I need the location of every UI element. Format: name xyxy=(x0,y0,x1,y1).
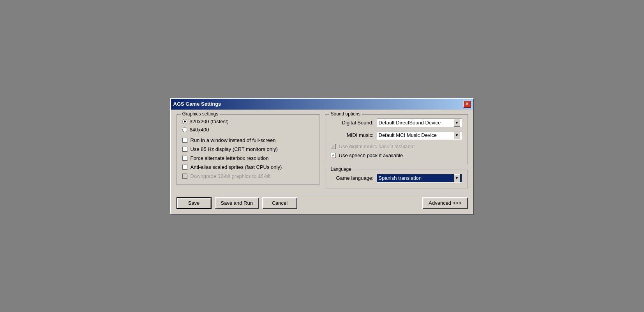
digital-sound-value: Default DirectSound Device xyxy=(379,120,441,126)
resolution-group: 320x200 (fastest) 640x400 xyxy=(182,119,314,133)
checkbox-antialias[interactable]: Anti-alias scaled sprites (fast CPUs onl… xyxy=(182,164,314,170)
language-group: Language Game language: Spanish translat… xyxy=(325,170,468,188)
panels-row: Graphics settings 320x200 (fastest) xyxy=(176,114,468,188)
digital-sound-select[interactable]: Default DirectSound Device ▼ xyxy=(377,119,462,127)
checkbox-downgrade-box xyxy=(182,174,187,179)
checkbox-85hz[interactable]: Use 85 Hz display (CRT monitors only) xyxy=(182,146,314,152)
resolution-640-label: 640x400 xyxy=(190,127,209,133)
checkbox-antialias-label: Anti-alias scaled sprites (fast CPUs onl… xyxy=(191,164,282,170)
checkbox-digital-music: Use digital music pack if available xyxy=(331,144,462,149)
checkbox-letterbox-label: Force alternate letterbox resolution xyxy=(191,155,269,161)
checkbox-speech-pack-box[interactable] xyxy=(331,153,336,158)
advanced-button[interactable]: Advanced >>> xyxy=(422,197,468,209)
checkbox-digital-music-box xyxy=(331,144,336,149)
checkbox-downgrade-label: Downgrade 32-bit graphics to 16-bit xyxy=(191,173,271,179)
game-language-arrow[interactable]: ▼ xyxy=(454,174,460,182)
graphics-group: Graphics settings 320x200 (fastest) xyxy=(176,114,319,185)
close-button[interactable]: ✕ xyxy=(463,101,471,108)
midi-music-label: MIDI music: xyxy=(331,132,374,138)
digital-sound-arrow[interactable]: ▼ xyxy=(454,119,460,127)
window-body: Graphics settings 320x200 (fastest) xyxy=(171,110,473,214)
language-group-title: Language xyxy=(329,167,353,172)
checkbox-downgrade: Downgrade 32-bit graphics to 16-bit xyxy=(182,173,314,179)
checkbox-speech-pack[interactable]: Use speech pack if available xyxy=(331,152,462,158)
main-window: AGS Game Settings ✕ Graphics settings 32… xyxy=(170,98,474,214)
checkbox-window-label: Run in a window instead of full-screen xyxy=(191,137,276,143)
game-language-label: Game language: xyxy=(331,175,374,181)
checkbox-85hz-label: Use 85 Hz display (CRT monitors only) xyxy=(191,146,278,152)
midi-music-arrow[interactable]: ▼ xyxy=(454,131,460,139)
language-row: Game language: Spanish translation ▼ xyxy=(331,174,462,183)
graphics-panel: Graphics settings 320x200 (fastest) xyxy=(176,114,319,188)
checkbox-letterbox[interactable]: Force alternate letterbox resolution xyxy=(182,155,314,161)
cancel-button[interactable]: Cancel xyxy=(262,197,297,209)
graphics-checkboxes: Run in a window instead of full-screen U… xyxy=(182,137,314,179)
sound-checkboxes: Use digital music pack if available Use … xyxy=(331,144,462,158)
save-and-run-button[interactable]: Save and Run xyxy=(215,197,259,209)
game-language-value: Spanish translation xyxy=(379,175,422,181)
checkbox-speech-pack-label: Use speech pack if available xyxy=(339,152,403,158)
checkbox-window-box[interactable] xyxy=(182,138,187,143)
right-panels: Sound options Digital Sound: Default Dir… xyxy=(325,114,468,188)
resolution-320[interactable]: 320x200 (fastest) xyxy=(182,119,314,124)
radio-640-input[interactable] xyxy=(182,127,187,132)
midi-music-row: MIDI music: Default MCI Music Device ▼ xyxy=(331,131,462,140)
resolution-320-label: 320x200 (fastest) xyxy=(190,119,229,124)
checkbox-window[interactable]: Run in a window instead of full-screen xyxy=(182,137,314,143)
sound-group-title: Sound options xyxy=(329,111,362,117)
checkbox-85hz-box[interactable] xyxy=(182,147,187,152)
digital-sound-row: Digital Sound: Default DirectSound Devic… xyxy=(331,119,462,127)
sound-group: Sound options Digital Sound: Default Dir… xyxy=(325,114,468,164)
buttons-row: Save Save and Run Cancel Advanced >>> xyxy=(176,194,468,209)
window-title: AGS Game Settings xyxy=(173,101,221,107)
digital-sound-label: Digital Sound: xyxy=(331,120,374,126)
midi-music-select[interactable]: Default MCI Music Device ▼ xyxy=(377,131,462,140)
checkbox-antialias-box[interactable] xyxy=(182,165,187,170)
graphics-group-title: Graphics settings xyxy=(181,111,220,117)
checkbox-digital-music-label: Use digital music pack if available xyxy=(339,144,415,149)
resolution-640[interactable]: 640x400 xyxy=(182,127,314,133)
checkbox-letterbox-box[interactable] xyxy=(182,156,187,161)
radio-320-dot xyxy=(184,121,186,122)
title-bar: AGS Game Settings ✕ xyxy=(171,99,473,110)
save-button[interactable]: Save xyxy=(176,197,212,209)
midi-music-value: Default MCI Music Device xyxy=(379,132,437,138)
game-language-select[interactable]: Spanish translation ▼ xyxy=(377,174,462,183)
radio-320-input[interactable] xyxy=(182,119,187,124)
